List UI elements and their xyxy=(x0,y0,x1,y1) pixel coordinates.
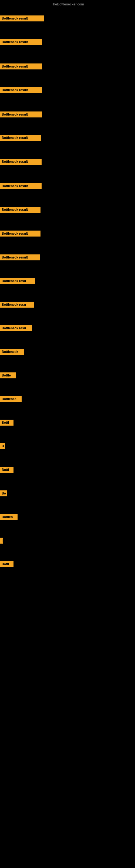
bottleneck-bar-1: Bottleneck result xyxy=(0,16,44,22)
bottleneck-bar-4: Bottleneck result xyxy=(0,87,42,93)
bottleneck-bar-15: Bottleneck xyxy=(0,349,24,355)
bottleneck-bar-21: Bo xyxy=(0,490,7,496)
bottleneck-bar-9: Bottleneck result xyxy=(0,207,41,213)
bottleneck-bar-16: Bottle xyxy=(0,372,16,378)
bottleneck-bar-13: Bottleneck resu xyxy=(0,302,34,308)
bottleneck-bar-5: Bottleneck result xyxy=(0,112,42,118)
bottleneck-bar-12: Bottleneck resu xyxy=(0,278,35,284)
bottleneck-bar-24: Bottl xyxy=(0,561,13,567)
bottleneck-bar-18: Bottl xyxy=(0,420,13,426)
bottleneck-bar-3: Bottleneck result xyxy=(0,63,42,69)
bottleneck-bar-19: B xyxy=(0,443,5,449)
bottleneck-bar-11: Bottleneck result xyxy=(0,254,40,260)
bottleneck-bar-23: | xyxy=(0,538,3,544)
bottleneck-bar-17: Bottlenec xyxy=(0,396,21,402)
bottleneck-bar-6: Bottleneck result xyxy=(0,135,41,141)
site-title: TheBottlenecker.com xyxy=(0,0,135,7)
bottleneck-bar-20: Bottl xyxy=(0,467,13,473)
bottleneck-bar-22: Bottlen xyxy=(0,514,17,520)
bottleneck-bar-10: Bottleneck result xyxy=(0,230,41,237)
bottleneck-bar-2: Bottleneck result xyxy=(0,39,42,45)
bottleneck-bar-14: Bottleneck resu xyxy=(0,325,32,331)
bottleneck-bar-8: Bottleneck result xyxy=(0,183,42,189)
bottleneck-bar-7: Bottleneck result xyxy=(0,159,42,165)
